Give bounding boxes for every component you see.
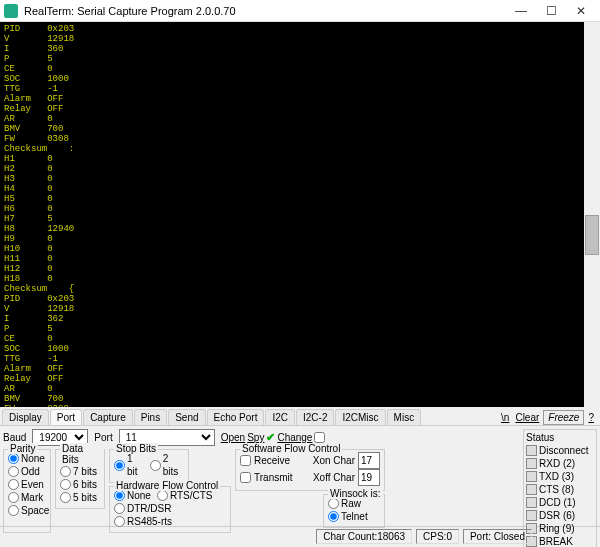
status-item: Disconnect — [526, 444, 594, 457]
baud-label: Baud — [3, 432, 26, 443]
stopbits-group: Stop Bits 1 bit2 bits — [109, 449, 189, 483]
status-led-icon — [526, 471, 537, 482]
tab-misc[interactable]: Misc — [387, 409, 422, 425]
status-item: TXD (3) — [526, 470, 594, 483]
titlebar: RealTerm: Serial Capture Program 2.0.0.7… — [0, 0, 600, 22]
status-item: BREAK — [526, 535, 594, 547]
minimize-button[interactable]: — — [506, 0, 536, 22]
port-panel: Baud 19200 Port 11 Open Spy ✔ Change Par… — [0, 426, 600, 526]
parity-radio[interactable] — [8, 505, 19, 516]
freeze-button[interactable]: Freeze — [543, 410, 584, 425]
winsock-group: Winsock is: RawTelnet — [323, 494, 385, 528]
tab-echoport[interactable]: Echo Port — [207, 409, 265, 425]
help-button[interactable]: ? — [588, 412, 594, 423]
app-icon — [4, 4, 18, 18]
spy-button[interactable]: Spy — [247, 432, 264, 443]
parity-radio[interactable] — [8, 466, 19, 477]
winsock-radio[interactable] — [328, 498, 339, 509]
databits-radio[interactable] — [60, 466, 71, 477]
cps-cell: CPS:0 — [416, 529, 459, 544]
vertical-scrollbar[interactable] — [584, 22, 600, 407]
tab-display[interactable]: Display — [2, 409, 49, 425]
parity-radio[interactable] — [8, 492, 19, 503]
stopbits-radio[interactable] — [114, 460, 125, 471]
stopbits-radio[interactable] — [150, 460, 161, 471]
hwflow-option[interactable]: DTR/DSR — [114, 502, 171, 515]
status-item: DCD (1) — [526, 496, 594, 509]
scrollbar-thumb[interactable] — [585, 215, 599, 255]
parity-group: Parity NoneOddEvenMarkSpace — [3, 449, 51, 533]
databits-group: Data Bits 8 bits7 bits6 bits5 bits — [55, 449, 105, 509]
parity-option[interactable]: Mark — [8, 491, 46, 504]
parity-option[interactable]: Space — [8, 504, 46, 517]
parity-radio[interactable] — [8, 453, 19, 464]
xoff-input[interactable] — [358, 469, 380, 486]
parity-radio[interactable] — [8, 479, 19, 490]
status-item: DSR (6) — [526, 509, 594, 522]
tab-capture[interactable]: Capture — [83, 409, 133, 425]
status-title: Status — [526, 432, 594, 443]
char-count-cell: Char Count:18063 — [316, 529, 412, 544]
status-led-icon — [526, 497, 537, 508]
hwflow-radio[interactable] — [157, 490, 168, 501]
status-led-icon — [526, 484, 537, 495]
status-led-icon — [526, 458, 537, 469]
clear-button[interactable]: Clear — [515, 412, 539, 423]
hwflow-radio[interactable] — [114, 490, 125, 501]
databits-radio[interactable] — [60, 479, 71, 490]
tab-i2c-2[interactable]: I2C-2 — [296, 409, 334, 425]
tab-pins[interactable]: Pins — [134, 409, 167, 425]
swflow-group: Software Flow Control Receive Xon Char T… — [235, 449, 385, 491]
newline-button[interactable]: \n — [501, 412, 509, 423]
change-button[interactable]: Change — [277, 432, 312, 443]
receive-checkbox[interactable] — [240, 455, 251, 466]
open-button[interactable]: Open — [221, 432, 245, 443]
winsock-radio[interactable] — [328, 511, 339, 522]
hwflow-radio[interactable] — [114, 503, 125, 514]
status-led-icon — [526, 510, 537, 521]
databits-option[interactable]: 7 bits — [60, 465, 100, 478]
status-item: Ring (9) — [526, 522, 594, 535]
maximize-button[interactable]: ☐ — [536, 0, 566, 22]
tab-send[interactable]: Send — [168, 409, 205, 425]
hwflow-group: Hardware Flow Control NoneRTS/CTSDTR/DSR… — [109, 486, 231, 533]
tab-strip: DisplayPortCapturePinsSendEcho PortI2CI2… — [0, 407, 600, 426]
tab-port[interactable]: Port — [50, 409, 82, 425]
parity-option[interactable]: Even — [8, 478, 46, 491]
stopbits-option[interactable]: 1 bit — [114, 452, 144, 478]
change-checkbox[interactable] — [314, 432, 325, 443]
status-item: CTS (8) — [526, 483, 594, 496]
transmit-checkbox[interactable] — [240, 472, 251, 483]
xon-input[interactable] — [358, 452, 380, 469]
window-title: RealTerm: Serial Capture Program 2.0.0.7… — [24, 5, 506, 17]
winsock-option[interactable]: Telnet — [328, 510, 380, 523]
tab-i2cmisc[interactable]: I2CMisc — [335, 409, 385, 425]
status-led-icon — [526, 445, 537, 456]
status-item: RXD (2) — [526, 457, 594, 470]
databits-option[interactable]: 5 bits — [60, 491, 100, 504]
port-label: Port — [94, 432, 112, 443]
stopbits-option[interactable]: 2 bits — [150, 452, 184, 478]
databits-radio[interactable] — [60, 492, 71, 503]
port-state-cell: Port: Closed — [463, 529, 532, 544]
hwflow-option[interactable]: RS485-rts — [114, 515, 172, 528]
tab-i2c[interactable]: I2C — [265, 409, 295, 425]
close-button[interactable]: ✕ — [566, 0, 596, 22]
databits-option[interactable]: 6 bits — [60, 478, 100, 491]
hwflow-radio[interactable] — [114, 516, 125, 527]
status-group: Status DisconnectRXD (2)TXD (3)CTS (8)DC… — [523, 429, 597, 547]
terminal-output: PID 0x203 V 12918 I 360 P 5 CE 0 SOC 100… — [0, 22, 600, 407]
parity-option[interactable]: Odd — [8, 465, 46, 478]
